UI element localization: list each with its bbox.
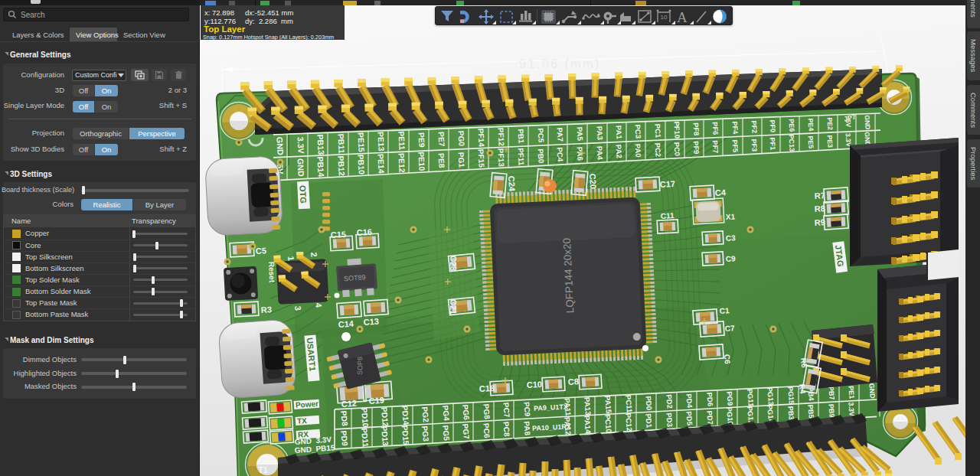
svg-text:GND: GND — [864, 115, 872, 130]
svg-text:PF2: PF2 — [750, 120, 759, 133]
svg-text:Power: Power — [296, 399, 319, 409]
svg-text:PA0: PA0 — [634, 144, 643, 158]
svg-text:PF15: PF15 — [476, 148, 485, 168]
svg-text:PG11: PG11 — [746, 389, 755, 407]
svg-text:PF7: PF7 — [711, 140, 720, 153]
svg-text:C20: C20 — [588, 173, 598, 189]
svg-text:PC5: PC5 — [537, 128, 546, 143]
svg-text:PD6: PD6 — [705, 392, 715, 406]
svg-text:PB3: PB3 — [786, 406, 795, 420]
svg-text:PB1: PB1 — [516, 129, 525, 144]
svg-text:PD9: PD9 — [339, 430, 349, 446]
svg-text:PA15: PA15 — [603, 396, 613, 415]
svg-text:C6: C6 — [723, 354, 732, 365]
svg-text:PB13: PB13 — [315, 134, 325, 155]
svg-text:PA6: PA6 — [576, 146, 585, 161]
svg-text:PF8: PF8 — [692, 122, 701, 136]
svg-text:GND: GND — [275, 136, 285, 155]
svg-text:PC7: PC7 — [501, 403, 511, 419]
svg-text:PE1: PE1 — [847, 386, 855, 399]
svg-text:C1: C1 — [719, 306, 730, 315]
svg-text:C9: C9 — [726, 254, 737, 263]
svg-text:TX: TX — [297, 416, 308, 425]
svg-text:SOP8: SOP8 — [356, 357, 364, 375]
svg-text:PG2: PG2 — [420, 406, 430, 423]
svg-text:PB11: PB11 — [336, 134, 346, 155]
svg-text:PE2: PE2 — [826, 117, 835, 130]
svg-text:PA13: PA13 — [583, 396, 593, 416]
svg-text:PG13: PG13 — [766, 386, 775, 406]
svg-text:PC8: PC8 — [501, 422, 511, 438]
svg-text:GND: GND — [296, 158, 305, 178]
svg-text:PB7: PB7 — [827, 386, 836, 400]
svg-text:PC3: PC3 — [634, 124, 643, 139]
svg-text:PA4: PA4 — [596, 146, 605, 161]
svg-text:PG0: PG0 — [456, 130, 466, 146]
svg-text:A: A — [677, 9, 688, 25]
svg-text:C3: C3 — [726, 233, 737, 243]
svg-text:PG3: PG3 — [420, 425, 430, 442]
svg-text:PF5: PF5 — [731, 139, 740, 152]
svg-text:PF6: PF6 — [711, 122, 720, 135]
svg-text:R5: R5 — [799, 357, 808, 368]
svg-text:PD5: PD5 — [684, 411, 694, 426]
svg-text:R3: R3 — [260, 305, 272, 315]
svg-text:PE11: PE11 — [397, 131, 406, 151]
svg-text:PC10: PC10 — [603, 414, 613, 433]
svg-text:PE9: PE9 — [416, 132, 426, 148]
svg-text:91.06 (mm): 91.06 (mm) — [519, 57, 601, 70]
svg-text:PF13: PF13 — [496, 148, 505, 168]
svg-text:PD2: PD2 — [665, 394, 675, 409]
svg-text:C24: C24 — [507, 175, 517, 192]
svg-text:PD0: PD0 — [644, 396, 654, 411]
svg-text:C18: C18 — [479, 383, 495, 393]
svg-text:3.3V: 3.3V — [847, 402, 856, 417]
svg-text:C13: C13 — [363, 317, 379, 327]
svg-text:C19: C19 — [368, 396, 384, 406]
svg-text:C21: C21 — [449, 299, 458, 315]
svg-text:1: 1 — [286, 256, 296, 261]
svg-text:PE8: PE8 — [436, 153, 446, 168]
svg-text:C12: C12 — [341, 399, 357, 409]
svg-text:R8: R8 — [814, 204, 825, 214]
svg-text:PG6: PG6 — [461, 404, 471, 420]
svg-text:PE14: PE14 — [376, 154, 385, 174]
svg-text:PD7: PD7 — [705, 410, 715, 425]
svg-text:PF1: PF1 — [769, 137, 777, 150]
svg-text:PD14: PD14 — [400, 406, 410, 426]
svg-text:PF11: PF11 — [516, 148, 525, 166]
svg-text:C10: C10 — [526, 380, 542, 390]
svg-text:Reset: Reset — [267, 262, 276, 283]
svg-text:PE12: PE12 — [397, 153, 406, 173]
svg-text:PB10: PB10 — [356, 154, 366, 174]
svg-text:PA5: PA5 — [576, 126, 585, 141]
svg-text:PA3: PA3 — [596, 126, 605, 141]
svg-text:PG7: PG7 — [461, 423, 471, 439]
svg-text:PC6: PC6 — [482, 423, 492, 439]
svg-text:10: 10 — [661, 14, 668, 21]
svg-text:PD3: PD3 — [665, 412, 675, 427]
svg-text:PE5: PE5 — [807, 135, 815, 148]
svg-text:C15: C15 — [330, 230, 346, 240]
svg-text:PA7: PA7 — [556, 127, 565, 142]
svg-text:PD15: PD15 — [400, 425, 410, 446]
svg-text:PD11: PD11 — [360, 428, 370, 448]
svg-text:PB14: PB14 — [315, 156, 325, 177]
svg-text:PB5: PB5 — [806, 404, 815, 419]
svg-text:PE4: PE4 — [807, 118, 815, 131]
svg-text:R4: R4 — [798, 383, 807, 394]
svg-text:PG5: PG5 — [441, 425, 451, 441]
svg-text:SOT89: SOT89 — [344, 273, 366, 282]
svg-text:PB0: PB0 — [537, 148, 546, 164]
svg-text:C14: C14 — [338, 319, 354, 329]
svg-text:PG8: PG8 — [482, 403, 492, 419]
svg-text:GND: GND — [867, 383, 877, 399]
svg-text:PC1: PC1 — [654, 123, 663, 138]
svg-text:PD1: PD1 — [644, 413, 654, 429]
svg-text:C17: C17 — [659, 179, 675, 189]
svg-text:3.3V: 3.3V — [844, 133, 853, 148]
svg-text:PC9: PC9 — [522, 402, 532, 418]
svg-text:PA12: PA12 — [563, 416, 573, 435]
svg-text:2: 2 — [309, 252, 318, 257]
svg-text:PC11: PC11 — [624, 395, 634, 414]
